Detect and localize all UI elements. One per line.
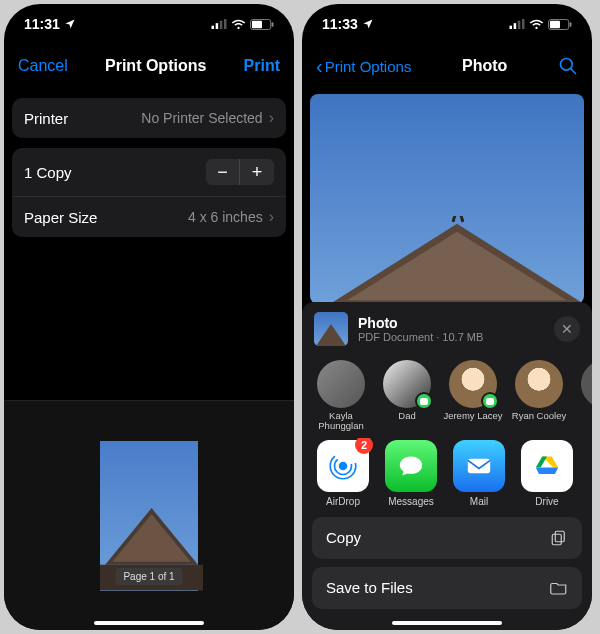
home-indicator[interactable] xyxy=(392,621,502,625)
share-title: Photo xyxy=(358,315,544,331)
messages-badge-icon xyxy=(481,392,499,410)
save-to-files-action[interactable]: Save to Files xyxy=(312,567,582,609)
svg-rect-31 xyxy=(552,534,561,545)
svg-marker-28 xyxy=(536,456,547,467)
photo-preview[interactable] xyxy=(310,94,584,304)
app-drive[interactable]: Drive xyxy=(518,440,576,507)
action-label: Save to Files xyxy=(326,579,413,596)
status-time: 11:31 xyxy=(24,16,60,32)
page-title: Print Options xyxy=(105,57,206,75)
svg-rect-10 xyxy=(510,26,513,29)
printer-value: No Printer Selected xyxy=(141,110,262,126)
back-label: Print Options xyxy=(325,58,412,75)
contact-item[interactable]: Kayla Phungglan xyxy=(310,360,372,432)
contact-name: Dad xyxy=(398,411,415,421)
share-actions: Copy Save to Files xyxy=(302,517,592,609)
svg-rect-1 xyxy=(216,23,219,29)
print-button[interactable]: Print xyxy=(244,57,280,75)
app-label: Messages xyxy=(388,496,434,507)
page-thumbnail[interactable]: Page 1 of 1 xyxy=(100,441,198,591)
action-label: Copy xyxy=(326,529,361,546)
copies-stepper: − + xyxy=(206,159,274,185)
nav-header: Cancel Print Options Print xyxy=(4,44,294,88)
airdrop-contacts-row[interactable]: Kayla Phungglan Dad Jeremy Lacey xyxy=(302,356,592,438)
share-thumbnail xyxy=(314,312,348,346)
decrement-button[interactable]: − xyxy=(206,159,240,185)
app-label: Mail xyxy=(470,496,488,507)
share-sheet: Photo PDF Document · 10.7 MB ✕ Kayla Phu… xyxy=(302,302,592,630)
app-label: AirDrop xyxy=(326,496,360,507)
printer-section: Printer No Printer Selected › xyxy=(12,98,286,138)
app-messages[interactable]: Messages xyxy=(382,440,440,507)
svg-rect-13 xyxy=(522,19,525,29)
paper-size-value: 4 x 6 inches xyxy=(188,209,263,225)
home-indicator[interactable] xyxy=(94,621,204,625)
close-icon: ✕ xyxy=(561,321,573,337)
paper-size-row[interactable]: Paper Size 4 x 6 inches › xyxy=(12,196,286,237)
svg-rect-2 xyxy=(220,21,223,29)
badge-count: 2 xyxy=(355,438,373,454)
paper-size-label: Paper Size xyxy=(24,209,97,226)
wifi-icon xyxy=(529,19,544,30)
copy-action[interactable]: Copy xyxy=(312,517,582,559)
search-button[interactable] xyxy=(558,56,578,76)
contact-item[interactable] xyxy=(574,360,592,432)
back-button[interactable]: ‹ Print Options xyxy=(316,55,411,78)
folder-icon xyxy=(550,579,568,597)
page-count-label: Page 1 of 1 xyxy=(115,568,182,585)
copy-icon xyxy=(550,529,568,547)
messages-icon xyxy=(385,440,437,492)
contact-name: Kayla Phungglan xyxy=(311,411,371,432)
contact-item[interactable]: Jeremy Lacey xyxy=(442,360,504,432)
printer-label: Printer xyxy=(24,110,68,127)
svg-rect-15 xyxy=(550,20,560,27)
location-arrow-icon xyxy=(64,18,76,30)
chevron-left-icon: ‹ xyxy=(316,55,323,78)
svg-rect-30 xyxy=(555,531,564,542)
close-button[interactable]: ✕ xyxy=(554,316,580,342)
svg-rect-12 xyxy=(518,21,521,29)
copies-row: 1 Copy − + xyxy=(12,148,286,196)
share-apps-row[interactable]: 2 AirDrop Messages Mail xyxy=(302,438,592,517)
options-section: 1 Copy − + Paper Size 4 x 6 inches › xyxy=(12,148,286,237)
battery-icon xyxy=(548,19,572,30)
print-preview-area[interactable]: Page 1 of 1 xyxy=(4,400,294,630)
chevron-right-icon: › xyxy=(269,109,274,127)
page-title: Photo xyxy=(462,57,507,75)
app-mail[interactable]: Mail xyxy=(450,440,508,507)
share-subtitle: PDF Document · 10.7 MB xyxy=(358,331,544,343)
svg-rect-5 xyxy=(252,20,262,27)
battery-icon xyxy=(250,19,274,30)
svg-rect-16 xyxy=(570,22,572,27)
contact-item[interactable]: Ryan Cooley xyxy=(508,360,570,432)
svg-marker-22 xyxy=(316,324,346,346)
notch xyxy=(89,4,209,28)
location-arrow-icon xyxy=(362,18,374,30)
status-time: 11:33 xyxy=(322,16,358,32)
cancel-button[interactable]: Cancel xyxy=(18,57,68,75)
mail-icon xyxy=(453,440,505,492)
svg-marker-8 xyxy=(112,514,190,561)
app-label: Drive xyxy=(535,496,558,507)
svg-rect-0 xyxy=(212,26,215,29)
printer-row[interactable]: Printer No Printer Selected › xyxy=(12,98,286,138)
contact-name: Jeremy Lacey xyxy=(443,411,502,421)
svg-point-23 xyxy=(339,462,348,471)
app-airdrop[interactable]: 2 AirDrop xyxy=(314,440,372,507)
drive-icon xyxy=(521,440,573,492)
increment-button[interactable]: + xyxy=(240,159,274,185)
svg-rect-26 xyxy=(468,459,490,473)
svg-rect-6 xyxy=(272,22,274,27)
avatar xyxy=(515,360,563,408)
messages-badge-icon xyxy=(415,392,433,410)
svg-marker-21 xyxy=(347,231,566,300)
share-header: Photo PDF Document · 10.7 MB ✕ xyxy=(302,302,592,356)
avatar xyxy=(317,360,365,408)
phone-share-sheet: 11:33 ‹ Print Options xyxy=(302,4,592,630)
contact-item[interactable]: Dad xyxy=(376,360,438,432)
svg-marker-29 xyxy=(536,467,558,473)
airdrop-icon: 2 xyxy=(317,440,369,492)
contact-name: Ryan Cooley xyxy=(512,411,566,421)
avatar xyxy=(581,360,592,408)
svg-rect-3 xyxy=(224,19,227,29)
